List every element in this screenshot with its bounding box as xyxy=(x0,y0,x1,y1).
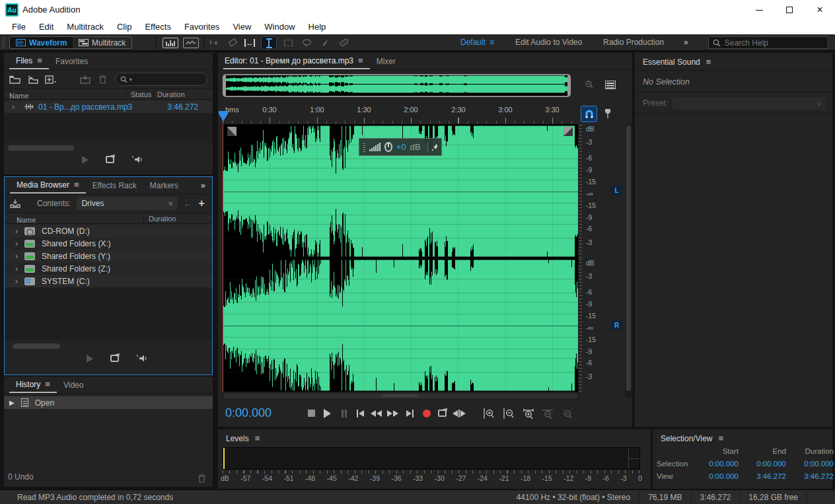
export-icon[interactable] xyxy=(79,73,91,85)
workspace-tab-default[interactable]: Default xyxy=(460,38,486,47)
panel-menu-icon[interactable]: ≡ xyxy=(719,433,724,443)
fade-in-handle[interactable] xyxy=(227,127,236,136)
tab-mixer[interactable]: Mixer xyxy=(370,53,402,69)
expand-chevron-icon[interactable]: › xyxy=(12,102,15,112)
minimize-button[interactable] xyxy=(744,0,774,20)
playhead-line[interactable] xyxy=(223,124,223,392)
menu-item[interactable]: Multitrack xyxy=(60,20,110,34)
record-button[interactable] xyxy=(419,406,434,421)
more-tabs-icon[interactable]: » xyxy=(201,177,212,194)
maximize-button[interactable] xyxy=(774,0,805,20)
brush-tool-button[interactable] xyxy=(317,36,333,50)
contents-dropdown[interactable]: Drives ˅ xyxy=(77,197,177,210)
tab-editor[interactable]: Editor: 01 - Время до рассвета.mp3≡ xyxy=(223,53,370,69)
marker-icon[interactable] xyxy=(600,107,616,120)
display-mode-icon[interactable] xyxy=(602,78,618,91)
workspace-tab-radio[interactable]: Radio Production xyxy=(603,38,664,47)
time-selection-tool-button[interactable]: ↔ xyxy=(242,36,258,50)
razor-tool-button[interactable] xyxy=(225,36,240,50)
menu-item[interactable]: Effects xyxy=(138,20,178,34)
menu-item[interactable]: Help xyxy=(302,20,333,34)
gain-hud[interactable]: +0 dB xyxy=(359,138,442,156)
media-column-header[interactable]: Name ↑ Duration xyxy=(5,213,212,224)
workspace-tab-edit-audio[interactable]: Edit Audio to Video xyxy=(515,38,582,47)
timeline-ruler[interactable]: hms 0:301:001:302:002:303:003:30 xyxy=(218,104,632,124)
preview-loop-icon[interactable] xyxy=(106,156,114,163)
gain-knob[interactable] xyxy=(384,142,392,152)
open-file-icon[interactable] xyxy=(9,73,21,85)
gain-value[interactable]: +0 xyxy=(396,142,406,152)
level-meter[interactable] xyxy=(223,447,640,470)
auto-play-speaker-icon[interactable] xyxy=(136,354,147,363)
pause-button[interactable] xyxy=(336,406,351,421)
channel-right-badge[interactable]: R xyxy=(611,320,622,330)
stop-button[interactable] xyxy=(304,406,319,421)
tab-media-browser[interactable]: Media Browser≡ xyxy=(10,177,86,194)
horizontal-scrollbar[interactable] xyxy=(223,392,578,400)
fast-forward-button[interactable] xyxy=(385,406,400,421)
view-start[interactable]: 0:00.000 xyxy=(695,472,739,480)
move-tool-button[interactable] xyxy=(206,36,222,50)
trash-icon[interactable] xyxy=(198,474,206,483)
play-button[interactable] xyxy=(320,406,335,421)
drive-row[interactable]: › SYSTEM (C:) xyxy=(5,275,212,287)
panel-menu-icon[interactable]: ≡ xyxy=(255,433,260,443)
zoom-out-time-button[interactable] xyxy=(501,406,516,421)
tab-favorites[interactable]: Favorites xyxy=(49,53,94,69)
reset-zoom-button[interactable] xyxy=(560,406,575,421)
zoom-to-selection-button[interactable] xyxy=(521,406,536,421)
panel-menu-icon[interactable]: ≡ xyxy=(74,180,79,190)
file-row[interactable]: › 01 - Вр...до рассвета.mp3 3:46.272 xyxy=(4,100,213,113)
skip-to-end-button[interactable] xyxy=(402,406,418,421)
expand-chevron-icon[interactable]: › xyxy=(15,239,18,248)
ibeam-tool-button[interactable] xyxy=(261,36,277,50)
import-media-icon[interactable] xyxy=(10,198,22,209)
zoom-out-full-icon[interactable] xyxy=(581,78,597,91)
scrollbar-grip[interactable] xyxy=(382,394,419,397)
drive-row[interactable]: › Shared Folders (Z:) xyxy=(5,262,212,275)
menu-item[interactable]: Edit xyxy=(32,20,60,34)
zoom-in-time-button[interactable] xyxy=(481,406,496,421)
files-scrollbar[interactable] xyxy=(8,145,74,151)
snap-toggle-button[interactable] xyxy=(581,106,597,122)
rewind-button[interactable] xyxy=(369,406,384,421)
zoom-out-selection-button[interactable] xyxy=(540,406,555,421)
overview-bar[interactable] xyxy=(223,74,571,97)
trash-icon[interactable] xyxy=(97,73,109,85)
preview-play-icon[interactable] xyxy=(82,156,89,164)
expand-chevron-icon[interactable]: › xyxy=(15,227,18,236)
panel-menu-icon[interactable]: ≡ xyxy=(45,379,50,389)
workspace-menu-icon[interactable]: ≡ xyxy=(490,38,494,47)
playhead-caret[interactable] xyxy=(219,114,228,122)
panel-menu-icon[interactable]: ≡ xyxy=(358,55,363,65)
menu-item[interactable]: Window xyxy=(258,20,301,34)
amplitude-ruler[interactable]: dB-3-6-9-15-∞-15-9-6-3 dB-3-6-9-15-∞-15-… xyxy=(578,124,624,392)
tab-files[interactable]: Files≡ xyxy=(9,53,49,69)
preset-dropdown[interactable]: ˅ xyxy=(672,97,826,110)
toolbar-grip[interactable] xyxy=(2,37,5,48)
fade-out-handle[interactable] xyxy=(563,127,573,136)
import-file-icon[interactable] xyxy=(27,73,39,85)
tab-history[interactable]: History≡ xyxy=(9,377,57,393)
files-search-box[interactable]: ▾ xyxy=(115,73,207,86)
panel-menu-icon[interactable]: ≡ xyxy=(37,55,42,65)
lasso-tool-button[interactable] xyxy=(299,36,314,50)
spot-healing-brush-button[interactable] xyxy=(336,36,351,50)
spectral-view-button[interactable] xyxy=(183,38,199,48)
workspace-overflow-icon[interactable]: » xyxy=(684,38,688,47)
selection-end[interactable]: 0:00.000 xyxy=(739,460,786,468)
preview-loop-icon[interactable] xyxy=(110,355,119,362)
pin-icon[interactable] xyxy=(431,143,437,151)
search-help-input[interactable] xyxy=(725,38,817,48)
menu-item[interactable]: File xyxy=(5,20,32,34)
add-shortcut-icon[interactable]: + xyxy=(198,198,204,209)
view-duration[interactable]: 3:46.272 xyxy=(786,472,834,480)
waveform-area[interactable]: +0 dB xyxy=(223,124,578,392)
waveform-mode-button[interactable]: Waveform xyxy=(9,36,74,49)
time-display[interactable]: 0:00.000 xyxy=(225,406,272,420)
marquee-tool-button[interactable] xyxy=(280,36,296,50)
search-help-box[interactable] xyxy=(708,36,828,49)
expand-chevron-icon[interactable]: › xyxy=(15,264,18,273)
history-row[interactable]: ▶ Open xyxy=(4,396,213,409)
back-icon[interactable]: ← xyxy=(183,198,192,209)
